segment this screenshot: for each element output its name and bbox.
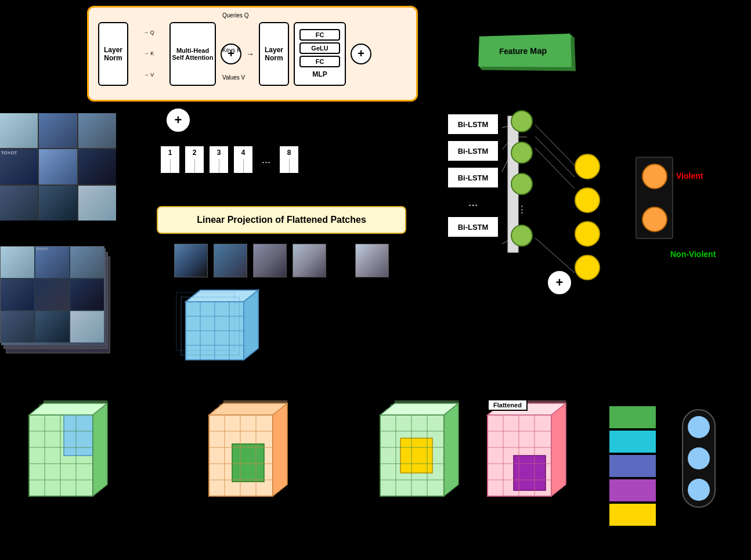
traffic-circle-3 (688, 479, 710, 501)
fc-2: FC (299, 56, 340, 67)
color-block-purple (609, 479, 656, 501)
image-patches-row (174, 244, 389, 277)
svg-marker-62 (273, 403, 287, 496)
svg-line-10 (535, 136, 575, 177)
patch-token-4: 4 (233, 145, 254, 174)
svg-rect-67 (400, 438, 432, 473)
nn-node-3 (511, 173, 533, 195)
svg-line-9 (535, 125, 575, 165)
bottom-cube-1 (17, 398, 133, 539)
bilstm-dots: ... (447, 193, 499, 211)
traffic-circle-2 (688, 447, 710, 469)
violent-label: Violent (676, 171, 703, 180)
layer-norm-1: Layer Norm (98, 22, 128, 86)
non-violent-label: Non-Violent (670, 250, 716, 259)
bottom-cube-2 (197, 398, 313, 539)
final-node-1 (642, 164, 667, 189)
nn-node-2 (511, 142, 533, 164)
bilstm-stack: Bi-LSTM Bi-LSTM Bi-LSTM ... Bi-LSTM (447, 113, 499, 238)
queries-label: Queries Q (222, 12, 249, 19)
transformer-block: Queries Q Keys K Values V Layer Norm → Q… (87, 6, 418, 102)
patch-token-2: 2 (184, 145, 205, 174)
layer-norm-2: Layer Norm (259, 22, 289, 86)
gelu: GeLU (299, 42, 340, 54)
bilstm-4: Bi-LSTM (447, 216, 499, 238)
color-block-green (609, 406, 656, 428)
patch-tokens-row: 1 2 3 4 ... 8 (160, 145, 299, 174)
nn-nodes: ⋮ (511, 110, 533, 247)
out-node-4 (575, 255, 600, 280)
img-patch-4 (293, 244, 326, 277)
patch-add: + (165, 107, 191, 133)
linear-projection-label: Linear Projection of Flattened Patches (157, 206, 406, 234)
nn-dots: ⋮ (517, 204, 526, 215)
fc-1: FC (299, 29, 340, 41)
hockey-image-stack: TOYOT TOYOT (0, 246, 110, 353)
bilstm-3: Bi-LSTM (447, 167, 499, 189)
svg-marker-29 (244, 290, 258, 360)
nn-node-1 (511, 110, 533, 132)
bilstm-2: Bi-LSTM (447, 140, 499, 162)
color-block-cyan (609, 431, 656, 453)
svg-line-12 (535, 238, 575, 273)
svg-line-11 (535, 148, 575, 189)
patch-token-3: 3 (208, 145, 229, 174)
bottom-cube-4 (476, 398, 592, 539)
svg-marker-45 (93, 403, 107, 496)
feature-map: Feature Map (478, 34, 572, 67)
out-node-1 (575, 154, 600, 179)
patch-token-8: 8 (279, 145, 299, 174)
mlp-label: MLP (312, 70, 327, 78)
traffic-lights (682, 409, 716, 508)
color-block-indigo (609, 455, 656, 477)
svg-rect-50 (232, 444, 264, 482)
img-patch-5 (355, 244, 389, 277)
flattened-label: Flattened (488, 399, 528, 411)
bottom-cube-3 (369, 398, 485, 539)
color-blocks (609, 406, 656, 526)
img-patch-1 (174, 244, 208, 277)
color-block-yellow (609, 504, 656, 526)
final-output-box (636, 157, 673, 239)
svg-marker-76 (444, 403, 458, 496)
multi-head-attention: Multi-Head Self Attention (169, 22, 216, 86)
svg-rect-36 (64, 415, 93, 456)
keys-label: Keys K (222, 47, 241, 53)
svg-marker-90 (551, 403, 566, 496)
img-patch-2 (214, 244, 247, 277)
out-node-3 (575, 221, 600, 247)
residual-add-1: + (221, 44, 241, 64)
traffic-circle-1 (688, 416, 710, 438)
img-patch-3 (253, 244, 287, 277)
output-nodes (575, 154, 600, 280)
nn-node-4 (511, 225, 533, 247)
hockey-image-top: TOYOT (0, 113, 116, 221)
patch-token-1: 1 (160, 145, 180, 174)
mlp-block: FC GeLU FC MLP (294, 22, 346, 86)
out-node-2 (575, 187, 600, 213)
classification-add: + (547, 270, 572, 295)
svg-rect-81 (514, 456, 546, 490)
values-label: Values V (222, 74, 245, 81)
residual-add-2: + (351, 44, 371, 64)
final-node-2 (642, 207, 667, 232)
bilstm-1: Bi-LSTM (447, 113, 499, 135)
blue-3d-cube (174, 284, 267, 380)
